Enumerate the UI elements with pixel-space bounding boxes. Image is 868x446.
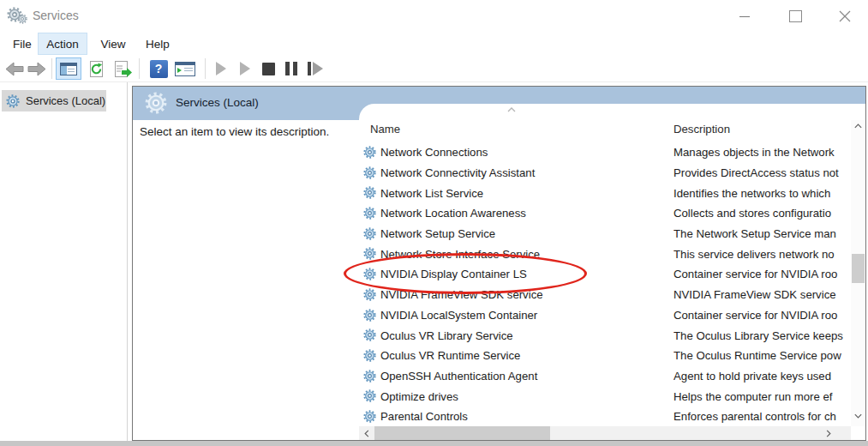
service-name: NVIDIA LocalSystem Container [380, 309, 663, 322]
refresh-icon [90, 61, 103, 77]
column-header-description[interactable]: Description [673, 123, 730, 136]
service-name: NVIDIA FrameView SDK service [380, 288, 663, 301]
service-gear-icon [363, 146, 376, 159]
column-header-name[interactable]: Name [370, 123, 400, 136]
scroll-right-icon[interactable] [825, 429, 832, 438]
service-gear-icon [363, 349, 376, 362]
service-row[interactable]: Network Connections Manages objects in t… [359, 142, 851, 163]
scroll-left-icon[interactable] [363, 429, 370, 438]
service-gear-icon [363, 166, 376, 179]
service-row[interactable]: Network Store Interface Service This ser… [359, 244, 851, 264]
services-header-title: Services (Local) [176, 96, 259, 109]
service-description: Container service for NVIDIA roo [673, 309, 848, 322]
window-bottom-edge [0, 441, 868, 446]
show-action-pane-button[interactable] [173, 58, 197, 79]
service-name: NVIDIA Display Container LS [380, 268, 663, 280]
service-gear-icon [363, 370, 376, 383]
service-description: Manages objects in the Network [673, 146, 848, 159]
stop-service-button[interactable] [260, 58, 277, 79]
service-name: Network Store Interface Service [380, 248, 663, 261]
service-gear-icon [363, 247, 376, 260]
start-service-icon [216, 62, 226, 75]
service-description: NVIDIA FrameView SDK service [673, 288, 848, 301]
vertical-scrollbar-thumb[interactable] [852, 254, 865, 283]
menu-bar: File Action View Help [0, 33, 868, 55]
service-name: Optimize drives [380, 390, 663, 403]
menu-help[interactable]: Help [139, 33, 177, 55]
toolbar-separator [139, 58, 140, 79]
main-panel: Services (Local) Select an item to view … [132, 86, 866, 441]
service-description: Enforces parental controls for ch [673, 410, 848, 423]
service-name: Network List Service [380, 187, 663, 200]
horizontal-scrollbar[interactable] [359, 426, 851, 440]
toolbar-separator [51, 58, 52, 79]
show-console-tree-icon [60, 63, 77, 75]
show-console-tree-button[interactable] [56, 57, 81, 80]
service-name: Network Connections [380, 146, 663, 159]
services-app-icon [7, 5, 29, 27]
minimize-icon [739, 16, 750, 17]
service-gear-icon [363, 410, 376, 423]
service-rows: Network Connections Manages objects in t… [359, 142, 851, 427]
service-row[interactable]: Network List Service Identifies the netw… [359, 183, 851, 203]
pause-service-icon [285, 62, 297, 75]
service-gear-icon [363, 309, 376, 322]
maximize-button[interactable] [776, 0, 814, 33]
back-button[interactable] [4, 58, 25, 79]
service-name: Network Connectivity Assistant [380, 166, 663, 179]
scroll-up-icon[interactable] [853, 123, 863, 130]
menu-action[interactable]: Action [38, 33, 87, 55]
vertical-scrollbar[interactable] [851, 120, 865, 426]
service-row[interactable]: NVIDIA LocalSystem Container Container s… [359, 305, 851, 326]
pause-service-button[interactable] [283, 58, 300, 79]
resume-service-button[interactable] [236, 58, 254, 79]
description-pane-text: Select an item to view its description. [140, 125, 329, 138]
service-row[interactable]: Network Location Awareness Collects and … [359, 203, 851, 224]
scroll-down-icon[interactable] [853, 413, 863, 419]
service-row[interactable]: Oculus VR Library Service The Oculus Lib… [359, 325, 851, 346]
stop-service-icon [262, 63, 275, 75]
menu-view[interactable]: View [94, 33, 132, 55]
start-service-button[interactable] [213, 58, 230, 79]
menu-file[interactable]: File [7, 33, 38, 55]
service-row[interactable]: NVIDIA FrameView SDK service NVIDIA Fram… [359, 285, 851, 305]
service-description: The Oculus Runtime Service pow [673, 349, 848, 362]
service-description: Collects and stores configuratio [673, 207, 848, 220]
service-description: Agent to hold private keys used [673, 370, 848, 383]
service-row-nvidia-display-container[interactable]: NVIDIA Display Container LS Container se… [359, 264, 851, 285]
horizontal-scrollbar-thumb[interactable] [374, 426, 550, 440]
toolbar: ? [0, 55, 868, 82]
service-list-panel: Name Description Network Connections Man… [359, 104, 865, 440]
service-row[interactable]: Network Setup Service The Network Setup … [359, 224, 851, 244]
service-description: The Network Setup Service man [673, 227, 848, 240]
service-name: Oculus VR Runtime Service [380, 349, 663, 362]
export-list-button[interactable] [110, 58, 132, 79]
services-gear-icon [6, 94, 20, 108]
refresh-button[interactable] [86, 58, 106, 79]
close-button[interactable] [826, 0, 864, 33]
service-description: Container service for NVIDIA roo [673, 268, 848, 280]
forward-button[interactable] [27, 58, 47, 79]
service-row[interactable]: Oculus VR Runtime Service The Oculus Run… [359, 346, 851, 366]
restart-service-button[interactable] [305, 58, 326, 79]
service-description: The Oculus Library Service keeps [673, 329, 848, 342]
service-row[interactable]: OpenSSH Authentication Agent Agent to ho… [359, 366, 851, 387]
help-button[interactable]: ? [148, 58, 169, 79]
restart-service-icon [308, 62, 323, 75]
service-name: OpenSSH Authentication Agent [380, 370, 663, 383]
service-row[interactable]: Network Connectivity Assistant Provides … [359, 163, 851, 184]
panel-divider[interactable] [127, 82, 128, 441]
tree-item-services-local[interactable]: Services (Local) [2, 90, 106, 112]
service-description: Identifies the networks to which [673, 187, 848, 200]
services-header-gear-icon [145, 92, 167, 114]
help-icon: ? [150, 60, 168, 78]
service-row[interactable]: Parental Controls Enforces parental cont… [359, 407, 851, 427]
minimize-button[interactable] [726, 0, 763, 33]
service-row[interactable]: Optimize drives Helps the computer run m… [359, 386, 851, 407]
service-gear-icon [363, 227, 376, 240]
close-icon [838, 9, 852, 23]
service-description: This service delivers network no [673, 248, 848, 261]
service-gear-icon [363, 389, 376, 402]
forward-icon [27, 62, 46, 76]
back-icon [5, 62, 24, 76]
